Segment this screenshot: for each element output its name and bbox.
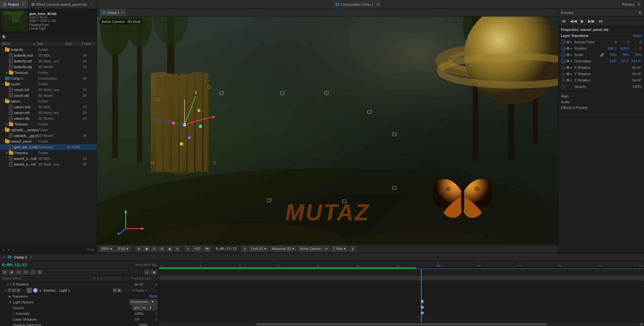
col-frame-header[interactable]: Frame ↑ — [82, 42, 95, 46]
zrot-stopwatch[interactable]: ◷ — [561, 78, 565, 82]
tree-expand-2[interactable] — [5, 59, 9, 63]
zrot-diamond[interactable] — [566, 78, 570, 82]
pos-diamond[interactable] — [566, 46, 570, 50]
tree-row-20[interactable]: waved_o...mtl3D Mate_rary29 — [0, 161, 97, 167]
exposure-btn[interactable]: +0.0 — [192, 246, 202, 252]
scale-val2[interactable]: 76% — [618, 53, 629, 57]
zrot-val1[interactable]: 0x+0° — [630, 78, 641, 82]
camera-icon-btn[interactable]: ⊙ — [242, 246, 248, 252]
safe-margins-btn[interactable]: ▣ — [143, 246, 150, 252]
tl-tool-4[interactable]: fx — [23, 270, 29, 275]
tl-layer-4-row[interactable]: 4 ○ ⊙ ◷ ☀ ▼ Environ... Light 1 ⊞ ▣ — [0, 287, 159, 294]
toggle-mask-btn[interactable]: ◉ — [166, 246, 173, 252]
tree-row-10[interactable]: saturn.mdl3D MDL29 — [0, 104, 97, 110]
tree-expand-9[interactable]: ▼ — [1, 99, 5, 103]
anchor-stopwatch[interactable]: ◷ — [561, 40, 565, 44]
tl-l4-sw1[interactable]: ⊞ — [113, 288, 117, 292]
xrot-diamond[interactable] — [566, 66, 570, 69]
tree-row-11[interactable]: saturn.mtl3D Mate_rary29 — [0, 110, 97, 116]
expand-view-btn[interactable]: ⊻ — [350, 246, 356, 252]
opacity-val1[interactable]: 100% — [630, 85, 641, 89]
effect-controls-close[interactable]: ✕ — [90, 2, 93, 6]
scale-val1[interactable]: 76% — [606, 53, 617, 57]
align-link[interactable]: Align — [561, 93, 641, 99]
tl-tool-1[interactable]: ⊞ — [2, 270, 8, 275]
anchor-val2[interactable]: 0 — [618, 40, 629, 44]
tree-expand-0[interactable]: ▼ — [1, 48, 5, 52]
tree-expand-4[interactable]: ▶ — [5, 71, 9, 74]
tree-row-14[interactable]: ▼uploads__oenigsggFolder — [0, 127, 97, 133]
tree-expand-18[interactable]: ▶ — [5, 151, 9, 155]
tree-expand-19[interactable] — [5, 157, 9, 160]
opacity-stopwatch[interactable]: ◷ — [561, 84, 565, 89]
tree-expand-3[interactable] — [5, 65, 9, 69]
tl-tool-5[interactable]: ☐ — [30, 270, 36, 275]
layer-transform-reset[interactable]: Reset — [633, 34, 641, 38]
tree-expand-20[interactable] — [5, 162, 9, 166]
tree-expand-1[interactable] — [5, 53, 9, 57]
tree-row-1[interactable]: butterfly.mdl3D MDL29 — [0, 53, 97, 58]
zrot-arrow[interactable]: ▶ — [570, 79, 573, 82]
quality-dropdown[interactable]: (Full) ▼ — [116, 246, 131, 252]
scale-arrow[interactable]: ▶ — [570, 53, 573, 56]
tree-row-8[interactable]: couch.obj3D Model29 — [0, 93, 97, 98]
scale-stopwatch[interactable]: ◷ — [561, 53, 565, 57]
tl-scroll-thumb[interactable] — [256, 323, 547, 325]
tl-l4-lock[interactable]: ◷ — [17, 288, 20, 292]
comp1-tab[interactable]: Comp 1 ☰ — [100, 9, 126, 16]
tree-expand-7[interactable] — [5, 88, 9, 92]
effects-presets-link[interactable]: Effects & Presets — [561, 105, 641, 110]
tree-row-9[interactable]: ▼saturnFolder — [0, 98, 97, 104]
step-back-btn[interactable]: ◀◀ — [569, 18, 578, 24]
tree-row-17[interactable]: gum_tre...k.hdrRadiance27.4 MB — [0, 144, 97, 150]
tl-light-options-row[interactable]: ▼ Light Options Environmen... ▼ — [0, 299, 159, 305]
tree-expand-12[interactable] — [5, 117, 9, 120]
col-type-header[interactable]: Type — [36, 42, 65, 46]
col-name-header[interactable]: Name — [2, 42, 31, 46]
tl-l4-solo[interactable]: ○ — [8, 288, 11, 292]
tl-close-btn[interactable]: ✕ — [3, 255, 5, 259]
tree-row-5[interactable]: Comp 1Composition29 — [0, 75, 97, 81]
project-tab-menu[interactable]: ☰ — [22, 2, 25, 6]
tl-light-opts-val[interactable]: Environmen... ▼ — [129, 299, 158, 305]
preview-panel-menu[interactable]: ☰ — [638, 11, 641, 15]
anchor-val1[interactable]: 0 — [606, 40, 617, 44]
yrot-arrow[interactable]: ▶ — [570, 73, 573, 75]
pos-stopwatch[interactable]: ◷ — [561, 46, 565, 51]
tree-expand-10[interactable] — [5, 105, 9, 109]
scale-val3[interactable]: 76% — [630, 53, 641, 57]
tree-row-15[interactable]: uploads__gg.obj3D Model29 — [0, 133, 97, 138]
draft-3d-dropdown[interactable]: Draft 3D ▼ — [249, 246, 269, 252]
tree-expand-17[interactable] — [5, 145, 9, 149]
tl-l4-parent-val[interactable]: None — [136, 288, 144, 292]
tl-intensity-val[interactable]: 100% — [135, 312, 154, 315]
step-forward-btn[interactable]: ▶▶ — [587, 18, 596, 24]
tree-row-16[interactable]: ▼waved_panelFolder — [0, 138, 97, 144]
orient-diamond[interactable] — [566, 59, 570, 63]
anchor-diamond[interactable] — [566, 40, 570, 44]
xrot-arrow[interactable]: ▶ — [570, 66, 573, 69]
composition-tab[interactable]: Composition Comp 1 ☰ — [332, 0, 383, 9]
tree-row-2[interactable]: butterfly.mtl3D Mate_rary29 — [0, 58, 97, 64]
tl-l4-shy[interactable]: ⊙ — [12, 288, 16, 292]
rulers-btn[interactable]: ⊡ — [151, 246, 158, 252]
tree-expand-11[interactable] — [5, 111, 9, 115]
tree-expand-5[interactable] — [1, 76, 5, 80]
preview-tab-menu[interactable]: ☰ — [637, 2, 640, 6]
tl-comp-menu[interactable]: ☰ — [29, 255, 32, 259]
tl-z-rotation-row[interactable]: ◷ ▶ Z Rotation 0x+0° ◷ — [0, 281, 159, 287]
tl-source-dropdown[interactable]: gum_tre... ▼ — [132, 305, 158, 311]
tree-expand-16[interactable]: ▼ — [1, 139, 5, 143]
pos-val3[interactable]: 0 — [630, 46, 641, 50]
tl-casts-shadows-val[interactable]: Off — [135, 317, 154, 321]
grid-btn[interactable]: ⊞ — [136, 246, 142, 252]
view-dropdown[interactable]: 1 View ▼ — [331, 246, 348, 252]
tree-row-0[interactable]: ▼butterflyFolder — [0, 47, 97, 53]
color-correction-btn[interactable]: ● — [185, 246, 191, 252]
tree-row-13[interactable]: ▶TexturesFolder — [0, 121, 97, 127]
tl-transform-reset[interactable]: Reset — [149, 294, 158, 298]
snapshot-btn[interactable]: 📷 — [203, 246, 211, 252]
anchor-val3[interactable]: 0 — [630, 40, 641, 44]
yrot-diamond[interactable] — [566, 72, 570, 75]
tl-tool-3[interactable]: ⊡ — [16, 270, 22, 275]
